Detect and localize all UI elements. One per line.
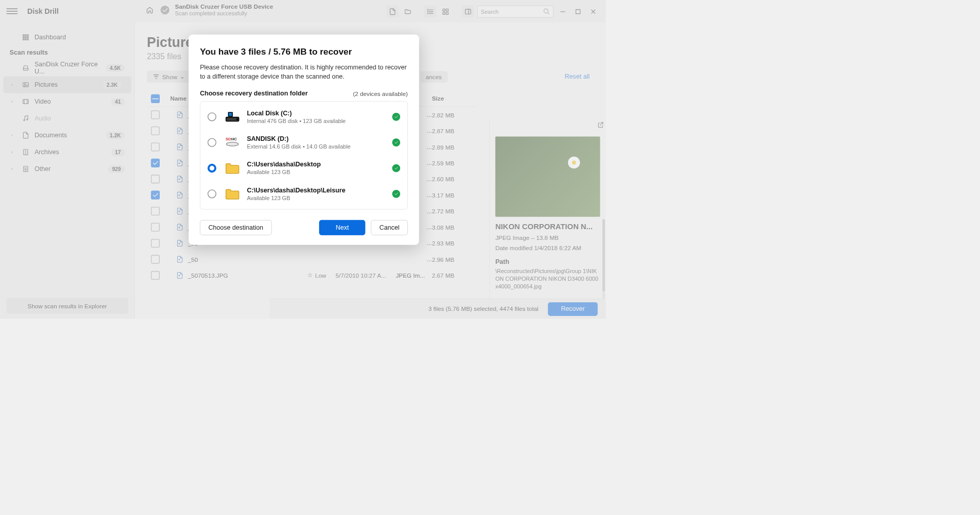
cancel-button[interactable]: Cancel bbox=[371, 220, 408, 235]
radio-button[interactable] bbox=[208, 112, 216, 121]
windows-drive-icon bbox=[225, 109, 240, 125]
destination-detail: External 14.6 GB disk • 14.0 GB availabl… bbox=[247, 143, 393, 150]
destination-detail: Available 123 GB bbox=[247, 195, 393, 202]
svg-point-57 bbox=[226, 142, 238, 146]
folder-icon bbox=[225, 160, 240, 176]
destination-option[interactable]: C:\Users\dasha\Desktop\LeisureAvailable … bbox=[200, 181, 407, 207]
destination-name: Local Disk (C:) bbox=[247, 110, 393, 117]
radio-button[interactable] bbox=[208, 138, 216, 147]
destination-option[interactable]: Local Disk (C:)Internal 476 GB disk • 12… bbox=[200, 104, 407, 130]
modal-title: You have 3 files / 5.76 MB to recover bbox=[200, 46, 408, 57]
destination-name: SANDISK (D:) bbox=[247, 135, 393, 142]
recovery-destination-modal: You have 3 files / 5.76 MB to recover Pl… bbox=[189, 35, 419, 245]
destination-option[interactable]: C:\Users\dasha\DesktopAvailable 123 GB bbox=[200, 156, 407, 181]
destination-option[interactable]: SDHCSANDISK (D:)External 14.6 GB disk • … bbox=[200, 130, 407, 155]
choose-dest-label: Choose recovery destination folder bbox=[200, 90, 308, 97]
devices-available: (2 devices available) bbox=[353, 90, 408, 97]
check-icon bbox=[392, 164, 400, 173]
folder-icon bbox=[225, 186, 240, 202]
destination-name: C:\Users\dasha\Desktop bbox=[247, 161, 393, 168]
modal-description: Please choose recovery destination. It i… bbox=[200, 63, 408, 81]
destination-list: Local Disk (C:)Internal 476 GB disk • 12… bbox=[200, 101, 408, 209]
destination-detail: Available 123 GB bbox=[247, 169, 393, 176]
destination-name: C:\Users\dasha\Desktop\Leisure bbox=[247, 187, 393, 194]
check-icon bbox=[392, 113, 400, 121]
next-button[interactable]: Next bbox=[319, 220, 365, 235]
check-icon bbox=[392, 190, 400, 198]
svg-point-55 bbox=[237, 119, 238, 120]
choose-destination-button[interactable]: Choose destination bbox=[200, 220, 272, 235]
check-icon bbox=[392, 139, 400, 147]
destination-detail: Internal 476 GB disk • 123 GB available bbox=[247, 118, 393, 125]
sd-drive-icon: SDHC bbox=[225, 135, 240, 151]
radio-button[interactable] bbox=[208, 164, 216, 173]
svg-rect-56 bbox=[228, 112, 232, 116]
radio-button[interactable] bbox=[208, 189, 216, 198]
